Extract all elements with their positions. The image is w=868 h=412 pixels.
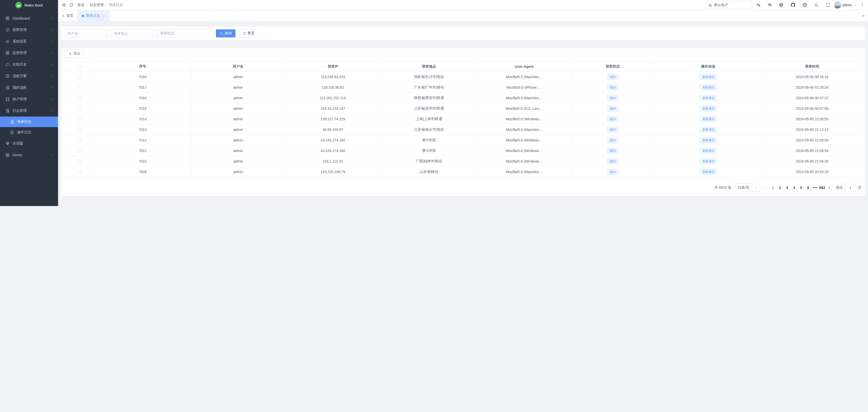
row-checkbox[interactable] [78, 75, 81, 79]
cell-id: 7010 [94, 156, 191, 166]
logo-icon [15, 2, 22, 8]
search-icon [220, 32, 223, 35]
row-checkbox[interactable] [78, 160, 81, 163]
column-header-username: 用户名 [191, 62, 285, 72]
sidebar-item-label: 系统设置 [12, 39, 27, 44]
cell-id: 7013 [94, 124, 191, 135]
cell-id: 7009 [94, 166, 191, 177]
column-header-id: 序号 [94, 62, 191, 72]
table-row: 7012 admin 43.155.174.160 澳大利亚 Mozilla/5… [65, 135, 434, 146]
chevron-down-icon [51, 98, 54, 101]
export-button[interactable]: 导出 [65, 50, 84, 58]
sidebar-item-system-settings[interactable]: 系统设置 [0, 36, 58, 47]
chevron-up-icon [51, 109, 54, 112]
select-all-checkbox[interactable] [78, 65, 81, 69]
row-checkbox[interactable] [78, 96, 81, 100]
sidebar-item-app-management[interactable]: 应用管理 [0, 47, 58, 59]
cell-id: 7018 [94, 72, 191, 82]
filter-bar: 登录状态 查询 重置 [61, 26, 434, 40]
sidebar-item-operation-log[interactable]: 操作日志 [0, 127, 58, 138]
row-checkbox[interactable] [78, 149, 81, 153]
username-input[interactable] [65, 29, 107, 37]
cell-location: 湖南省|长沙市|电信 [381, 72, 434, 82]
tab-login-log[interactable]: 登录日志 [78, 10, 110, 21]
chevron-down-icon [51, 28, 54, 31]
chevron-down-icon [51, 40, 54, 43]
row-select-cell [65, 93, 94, 103]
sidebar-item-tenant-management[interactable]: 租户管理 [0, 93, 58, 105]
cell-ip: 139.227.74.229 [285, 114, 381, 124]
table-row: 7010 admin 116.1.112.10 广西|桂林市|电信 Mozill… [65, 156, 434, 166]
tab-home[interactable]: 首页 [58, 10, 78, 21]
sidebar-item-online-dev[interactable]: 在线开发 [0, 59, 58, 70]
cell-location: 澳大利亚 [381, 146, 434, 156]
diamond-icon [5, 141, 9, 146]
breadcrumb-login-log: 登录日志 [109, 3, 123, 7]
location-input[interactable] [111, 29, 154, 37]
reset-button[interactable]: 重置 [239, 29, 258, 37]
chevron-down-icon [51, 86, 54, 89]
row-select-cell [65, 135, 94, 146]
chevron-down-icon [51, 17, 54, 20]
table-row: 7013 admin 49.65.150.97 江苏省|南京市|电信 Mozil… [65, 124, 434, 135]
sidebar-item-label: 操作日志 [17, 130, 31, 135]
row-checkbox[interactable] [78, 86, 81, 89]
breadcrumb-home[interactable]: 首页 [78, 3, 85, 7]
column-header-location: 登录地点 [381, 62, 434, 72]
table-row: 7014 admin 139.227.74.229 上海|上海市|联通 Mozi… [65, 114, 434, 124]
sidebar-item-enterprise[interactable]: 企业版 [0, 138, 58, 149]
cell-location: 山东省|移动 [381, 166, 434, 177]
status-select[interactable]: 登录状态 [157, 29, 212, 37]
download-icon [68, 52, 72, 56]
cloud-icon [5, 63, 9, 67]
table-row: 7018 admin 113.246.93.229 湖南省|长沙市|电信 Moz… [65, 72, 434, 82]
cell-id: 7014 [94, 114, 191, 124]
table-card: 导出 序号 用户名 登录IP 登录地点 User Agent 登录状态 操作信息… [61, 48, 434, 196]
sidebar-collapse-icon[interactable] [62, 3, 66, 7]
row-checkbox[interactable] [78, 128, 81, 132]
row-checkbox[interactable] [78, 118, 81, 121]
chevron-down-icon [207, 32, 210, 35]
sidebar-item-log-management[interactable]: 日志管理 [0, 105, 58, 117]
cell-location: 广东省|广州市|移动 [381, 82, 434, 93]
sidebar-item-dashboard[interactable]: Dashboard [0, 12, 58, 24]
column-header-ip: 登录IP [285, 62, 381, 72]
sidebar-item-label: 登录日志 [17, 120, 31, 124]
sidebar-item-my-workflow[interactable]: 我的流程 [0, 82, 58, 93]
cell-ip: 116.1.112.10 [285, 156, 381, 166]
refresh-icon [243, 32, 246, 35]
sidebar-item-demo[interactable]: Demo [0, 149, 58, 161]
cell-username: admin [191, 124, 285, 135]
doc-user-icon [10, 120, 14, 124]
sidebar-item-permission[interactable]: 权限管理 [0, 24, 58, 36]
cell-ip: 120.225.239.79 [285, 166, 381, 177]
cell-username: admin [191, 166, 285, 177]
breadcrumb-log-management[interactable]: 日志管理 [90, 3, 103, 7]
main-content: 登录状态 查询 重置 导出 序号 用户名 [58, 22, 434, 206]
table-body: 7018 admin 113.246.93.229 湖南省|长沙市|电信 Moz… [65, 72, 434, 177]
cell-id: 7011 [94, 146, 191, 156]
tab-bar-spacer [110, 10, 434, 21]
cell-ip: 43.155.174.160 [285, 146, 381, 156]
row-checkbox[interactable] [78, 107, 81, 110]
login-log-table: 序号 用户名 登录IP 登录地点 User Agent 登录状态 操作信息 登录… [65, 61, 434, 177]
row-select-cell [65, 82, 94, 93]
sidebar-item-workflow-engine[interactable]: 流程引擎 [0, 70, 58, 82]
row-checkbox[interactable] [78, 139, 81, 142]
sidebar-item-login-log[interactable]: 登录日志 [0, 117, 58, 127]
sidebar-item-label: 权限管理 [12, 28, 27, 32]
table-row: 7009 admin 120.225.239.79 山东省|移动 Mozilla… [65, 166, 434, 177]
row-checkbox[interactable] [78, 170, 81, 174]
row-select-cell [65, 114, 94, 124]
close-icon[interactable] [102, 14, 105, 17]
cell-ip: 43.155.174.160 [285, 135, 381, 146]
sidebar: Maku Boot Dashboard 权限管理 系统设置 应用管理 在线开发 [0, 0, 58, 206]
search-button[interactable]: 查询 [216, 29, 236, 37]
cell-location: 江苏省|苏州市|联通 [381, 103, 434, 114]
refresh-icon[interactable] [69, 3, 73, 7]
cell-username: admin [191, 135, 285, 146]
tab-dot [82, 15, 84, 17]
doc-check-icon [5, 109, 9, 113]
pagination: 共 6915 条 10条/页 ‹ 1 2 3 4 5 6 ••• 692 › 前… [65, 184, 434, 192]
sidebar-menu: Dashboard 权限管理 系统设置 应用管理 在线开发 流程引擎 [0, 10, 58, 161]
